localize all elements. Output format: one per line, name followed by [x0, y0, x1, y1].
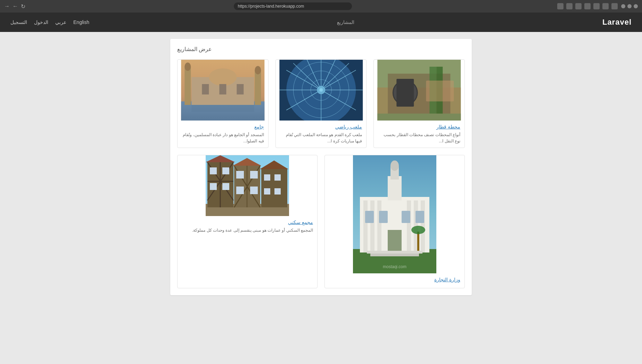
page-title: عرض المشاريع — [177, 46, 212, 52]
project-card-3: جامع المسجد أو الجامع هو دار عبادة المسل… — [177, 59, 269, 148]
project-title-4[interactable]: وزارة التجارة — [329, 277, 460, 282]
brand-logo[interactable]: Laravel — [602, 18, 632, 27]
project-title-5[interactable]: مجمع سكني — [182, 220, 313, 225]
browser-chrome: ↻ ← → — [0, 0, 642, 13]
project-desc-2: ملعب كرة القدم هو مساحة الملعب التي تُقا… — [280, 132, 362, 144]
svg-rect-79 — [222, 183, 229, 190]
project-card-2: ملعب رياضي ملعب كرة القدم هو مساحة الملع… — [275, 59, 367, 148]
project-title-2[interactable]: ملعب رياضي — [280, 124, 362, 130]
svg-rect-91 — [264, 174, 270, 181]
svg-point-58 — [390, 160, 399, 171]
project-info-4: وزارة التجارة — [325, 273, 464, 288]
svg-rect-77 — [222, 167, 229, 174]
svg-rect-9 — [426, 81, 454, 101]
svg-rect-60 — [370, 254, 419, 256]
browser-dot-1 — [634, 4, 638, 8]
svg-rect-48 — [407, 200, 411, 253]
nav-english-link[interactable]: English — [73, 19, 89, 25]
project-title-1[interactable]: محطة قطار — [378, 124, 460, 130]
svg-rect-92 — [274, 174, 281, 181]
project-card-5: مجمع سكني المجمع السكني أو عمارات هو مبن… — [177, 155, 318, 288]
project-info-1: محطة قطار أنواع المحطات تصنف محطات القطا… — [374, 121, 464, 148]
extension-icon-1[interactable] — [611, 3, 618, 9]
browser-dot-3 — [621, 4, 625, 8]
extension-icon-4[interactable] — [584, 3, 591, 9]
project-desc-3: المسجد أو الجامع هو دار عبادة المسلمين، … — [182, 132, 264, 144]
svg-rect-36 — [255, 70, 261, 105]
browser-dots — [621, 4, 638, 8]
svg-rect-47 — [377, 200, 381, 253]
reload-icon[interactable]: ↻ — [21, 3, 25, 10]
project-desc-5: المجمع السكني أو عمارات هو مبنى ينقسم إل… — [182, 227, 313, 233]
address-input[interactable] — [234, 2, 352, 10]
svg-rect-51 — [365, 211, 374, 223]
svg-point-33 — [209, 68, 237, 86]
svg-point-35 — [184, 63, 191, 71]
svg-rect-56 — [388, 176, 402, 200]
browser-dot-2 — [627, 4, 632, 8]
browser-nav-icons: ↻ ← → — [4, 3, 25, 10]
page-header: عرض المشاريع — [177, 46, 465, 52]
main-content: عرض المشاريع — [165, 39, 477, 295]
project-image-5 — [178, 155, 317, 216]
project-image-3 — [178, 60, 268, 121]
project-card-4: mostaqi.com وزارة التجارة — [324, 155, 465, 288]
project-image-container-3 — [178, 60, 268, 121]
svg-rect-6 — [397, 79, 414, 107]
svg-rect-93 — [264, 188, 270, 195]
project-title-3[interactable]: جامع — [182, 124, 264, 130]
address-bar-container — [32, 2, 554, 10]
svg-rect-55 — [388, 230, 402, 253]
svg-rect-87 — [236, 187, 244, 194]
nav-arabic-link[interactable]: عربي — [55, 19, 66, 25]
project-image-container-5 — [178, 155, 317, 216]
svg-rect-41 — [191, 105, 254, 112]
project-image-container-2 — [276, 60, 367, 121]
svg-rect-76 — [210, 167, 217, 174]
svg-rect-86 — [250, 171, 258, 179]
extension-icon-6[interactable] — [566, 3, 573, 9]
svg-rect-34 — [184, 67, 191, 105]
svg-text:mostaqi.com: mostaqi.com — [383, 264, 406, 269]
svg-rect-52 — [379, 211, 388, 223]
back-icon[interactable]: ← — [13, 3, 18, 9]
project-image-4: mostaqi.com — [325, 155, 464, 273]
svg-rect-46 — [370, 200, 374, 253]
nav-projects-link[interactable]: المشاريع — [337, 19, 354, 25]
svg-rect-38 — [202, 84, 209, 94]
svg-rect-53 — [402, 211, 410, 223]
svg-rect-94 — [274, 188, 281, 195]
project-card-1: محطة قطار أنواع المحطات تصنف محطات القطا… — [373, 59, 465, 148]
extension-icon-3[interactable] — [593, 3, 600, 9]
project-image-container-1 — [374, 60, 464, 121]
svg-rect-10 — [378, 114, 461, 121]
browser-extension-icons — [557, 3, 618, 9]
svg-point-37 — [255, 66, 261, 74]
project-info-5: مجمع سكني المجمع السكني أو عمارات هو مبن… — [178, 216, 317, 237]
project-image-container-4: mostaqi.com — [325, 155, 464, 273]
nav-register-link[interactable]: التسجيل — [10, 19, 27, 25]
svg-rect-88 — [250, 187, 258, 194]
project-desc-1: أنواع المحطات تصنف محطات القطار بحسب نوع… — [378, 132, 460, 144]
project-image-1 — [374, 60, 464, 121]
svg-rect-85 — [236, 171, 244, 179]
svg-rect-54 — [415, 211, 424, 223]
projects-grid-row2: mostaqi.com وزارة التجارة — [177, 155, 465, 288]
forward-icon[interactable]: → — [4, 3, 10, 9]
svg-rect-61 — [417, 232, 419, 251]
main-navbar: Laravel المشاريع التسجيل الدخول عربي Eng… — [0, 13, 642, 32]
content-card: عرض المشاريع — [170, 39, 472, 295]
extension-icon-5[interactable] — [575, 3, 582, 9]
svg-rect-78 — [210, 183, 217, 190]
extension-icon-7[interactable] — [557, 3, 563, 9]
project-info-2: ملعب رياضي ملعب كرة القدم هو مساحة الملع… — [276, 121, 367, 148]
svg-rect-45 — [363, 200, 368, 253]
nav-auth-links: التسجيل الدخول عربي English — [10, 19, 89, 25]
project-image-2 — [276, 60, 367, 121]
svg-rect-40 — [237, 84, 244, 94]
svg-point-29 — [319, 88, 323, 92]
nav-login-link[interactable]: الدخول — [34, 19, 48, 25]
extension-icon-2[interactable] — [602, 3, 609, 9]
svg-rect-59 — [367, 251, 422, 254]
project-info-3: جامع المسجد أو الجامع هو دار عبادة المسل… — [178, 121, 268, 148]
